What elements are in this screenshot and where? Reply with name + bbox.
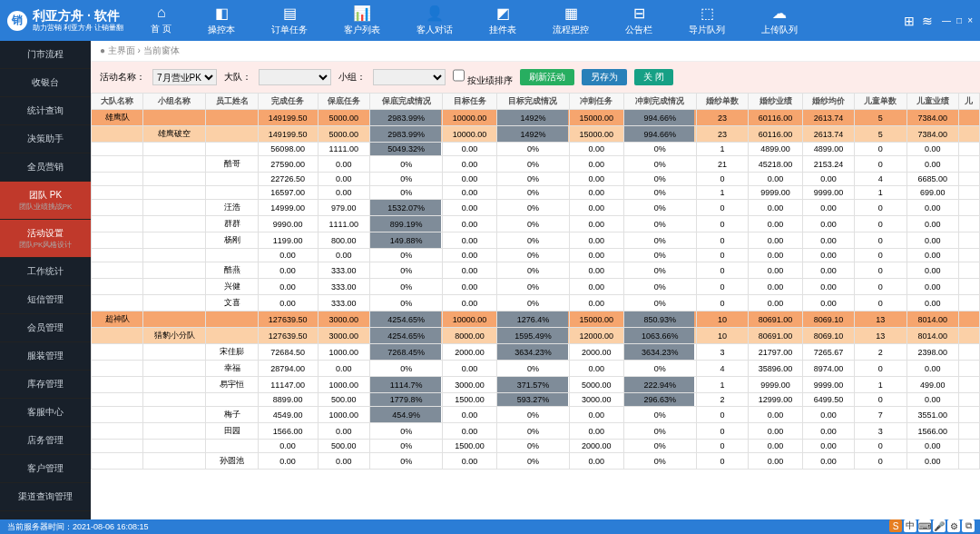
- table-row[interactable]: 汪浩14999.00979.001532.07%0.000%0.000%00.0…: [92, 200, 980, 216]
- cell: 0: [696, 232, 748, 249]
- sidebar-item[interactable]: 客户管理: [0, 455, 91, 483]
- nav-0[interactable]: ⌂首 页: [151, 5, 172, 36]
- column-header[interactable]: 保底完成情况: [369, 94, 442, 110]
- table-row[interactable]: 文喜0.00333.000%0.000%0.000%00.000.0000.00: [92, 295, 980, 312]
- nav-8[interactable]: ⬚导片队列: [689, 5, 725, 36]
- tray-icon[interactable]: 🎤: [933, 519, 946, 532]
- nav-7[interactable]: ⊟公告栏: [625, 5, 652, 36]
- table-row[interactable]: 0.00500.000%1500.000%2000.000%00.000.000…: [92, 440, 980, 453]
- table-row[interactable]: 田园1566.000.000%0.000%0.000%00.000.003156…: [92, 423, 980, 440]
- sidebar-item[interactable]: 服装管理: [0, 342, 91, 371]
- column-header[interactable]: 冲刺完成情况: [623, 94, 696, 110]
- side-label: 活动设置: [9, 227, 82, 240]
- sidebar-item[interactable]: 工作统计: [0, 258, 91, 286]
- column-header[interactable]: 婚纱均价: [802, 94, 854, 110]
- sidebar-item[interactable]: 短信管理: [0, 286, 91, 314]
- table-wrapper[interactable]: 大队名称小组名称员工姓名完成任务保底任务保底完成情况目标任务目标完成情况冲刺任务…: [91, 93, 980, 519]
- table-row[interactable]: 16597.000.000%0.000%0.000%19999.009999.0…: [92, 186, 980, 200]
- window-button[interactable]: ×: [967, 15, 973, 25]
- team-select[interactable]: [259, 69, 331, 85]
- sidebar-item[interactable]: 决策助手: [0, 125, 91, 153]
- column-header[interactable]: 完成任务: [258, 94, 318, 110]
- table-row[interactable]: 22726.500.000%0.000%0.000%00.000.0046685…: [92, 173, 980, 186]
- nav-1[interactable]: ◧操控本: [208, 5, 235, 36]
- table-row[interactable]: 0.000.000%0.000%0.000%00.000.0000.00: [92, 249, 980, 262]
- cell: 0: [855, 279, 906, 295]
- table-row[interactable]: 雄鹰队149199.505000.002983.99%10000.001492%…: [92, 110, 980, 126]
- sidebar-item[interactable]: 门市流程: [0, 41, 91, 69]
- sidebar-item[interactable]: 团队 PK团队业绩挑战PK: [0, 182, 91, 220]
- table-row[interactable]: 兴健0.00333.000%0.000%0.000%00.000.0000.00: [92, 279, 980, 295]
- table-row[interactable]: 宋佳膨72684.501000.007268.45%2000.003634.23…: [92, 344, 980, 361]
- side-label: 会员管理: [9, 321, 82, 334]
- sidebar-item[interactable]: 库存管理: [0, 371, 91, 399]
- table-row[interactable]: 孙圆池0.000.000%0.000%0.000%00.000.0000.00: [92, 453, 980, 470]
- cell: 0%: [623, 216, 696, 232]
- column-header[interactable]: 目标完成情况: [496, 94, 569, 110]
- column-header[interactable]: 冲刺任务: [570, 94, 623, 110]
- table-row[interactable]: 杨刚1199.00800.00149.88%0.000%0.000%00.000…: [92, 232, 980, 249]
- cell: 3000.00: [318, 312, 369, 328]
- column-header[interactable]: 目标任务: [443, 94, 496, 110]
- cell: 兴健: [206, 279, 258, 295]
- tray-icon[interactable]: ⚙: [947, 519, 960, 532]
- cell: 7268.45%: [369, 344, 442, 361]
- nav-4[interactable]: 👤客人对话: [416, 5, 453, 36]
- window-button[interactable]: —: [942, 15, 951, 25]
- table-row[interactable]: 群群9990.001111.00899.19%0.000%0.000%00.00…: [92, 216, 980, 232]
- column-header[interactable]: 小组名称: [143, 94, 206, 110]
- column-header[interactable]: 儿童单数: [855, 94, 906, 110]
- table-row[interactable]: 超神队127639.503000.004254.65%10000.001276.…: [92, 312, 980, 328]
- table-row[interactable]: 56098.001111.005049.32%0.000%0.000%14899…: [92, 143, 980, 156]
- window-button[interactable]: □: [956, 15, 962, 25]
- column-header[interactable]: 婚纱单数: [696, 94, 748, 110]
- close-button[interactable]: 关 闭: [634, 69, 673, 85]
- cell: 5049.32%: [369, 143, 442, 156]
- sidebar-item[interactable]: 店务管理: [0, 427, 91, 455]
- activity-select[interactable]: 7月营业PK: [152, 69, 217, 85]
- side-label: 客户管理: [9, 462, 82, 475]
- column-header[interactable]: 大队名称: [92, 94, 143, 110]
- nav-2[interactable]: ▤订单任务: [271, 5, 308, 36]
- topicon[interactable]: ⊞: [904, 14, 915, 28]
- sidebar-item[interactable]: 收银台: [0, 69, 91, 97]
- table-row[interactable]: 易宇恒11147.001000.001114.7%3000.00371.57%5…: [92, 377, 980, 393]
- sidebar-item[interactable]: 统计查询: [0, 97, 91, 125]
- nav-3[interactable]: 📊客户列表: [344, 5, 380, 36]
- sidebar-item[interactable]: 线上表系管理: [0, 511, 91, 519]
- cell: 1566.00: [258, 423, 318, 440]
- sort-checkbox[interactable]: [453, 67, 465, 84]
- table-row[interactable]: 酷哥27590.000.000%0.000%0.000%2145218.0021…: [92, 156, 980, 173]
- tray-icon[interactable]: ⧉: [962, 519, 975, 532]
- sidebar-item[interactable]: 客服中心: [0, 399, 91, 427]
- cell: 杨刚: [206, 232, 258, 249]
- topicon[interactable]: ≋: [922, 14, 933, 28]
- logo-badge: 销: [7, 11, 27, 31]
- sort-checkbox-wrap[interactable]: 按业绩排序: [453, 67, 513, 87]
- table-row[interactable]: 幸福28794.000.000%0.000%0.000%435896.00897…: [92, 361, 980, 377]
- tray-icon[interactable]: ⌨: [918, 519, 931, 532]
- table-row[interactable]: 猎豹小分队127639.503000.004254.65%8000.001595…: [92, 328, 980, 344]
- table-row[interactable]: 梅子4549.001000.00454.9%0.000%0.000%00.000…: [92, 407, 980, 423]
- nav-9[interactable]: ☁上传队列: [761, 5, 798, 36]
- sidebar-item[interactable]: 全员营销: [0, 153, 91, 182]
- refresh-button[interactable]: 刷新活动: [520, 69, 574, 85]
- sidebar-item[interactable]: 活动设置团队PK风格设计: [0, 220, 91, 258]
- cell: [958, 216, 979, 232]
- saveas-button[interactable]: 另存为: [582, 69, 627, 85]
- column-header[interactable]: 保底任务: [318, 94, 369, 110]
- sidebar-item[interactable]: 会员管理: [0, 314, 91, 342]
- column-header[interactable]: 婚纱业绩: [749, 94, 802, 110]
- column-header[interactable]: 儿: [958, 94, 979, 110]
- table-row[interactable]: 8899.00500.001779.8%1500.00593.27%3000.0…: [92, 393, 980, 407]
- group-select[interactable]: [373, 69, 446, 85]
- sidebar-item[interactable]: 渠道查询管理: [0, 483, 91, 511]
- nav-5[interactable]: ◩挂件表: [489, 5, 516, 36]
- tray-icon[interactable]: 中: [904, 519, 916, 532]
- column-header[interactable]: 员工姓名: [206, 94, 258, 110]
- table-row[interactable]: 酷燕0.00333.000%0.000%0.000%00.000.0000.00: [92, 262, 980, 279]
- tray-icon[interactable]: S: [889, 519, 902, 532]
- column-header[interactable]: 儿童业绩: [906, 94, 958, 110]
- nav-6[interactable]: ▦流程把控: [553, 5, 589, 36]
- table-row[interactable]: 雄鹰破空149199.505000.002983.99%10000.001492…: [92, 126, 980, 143]
